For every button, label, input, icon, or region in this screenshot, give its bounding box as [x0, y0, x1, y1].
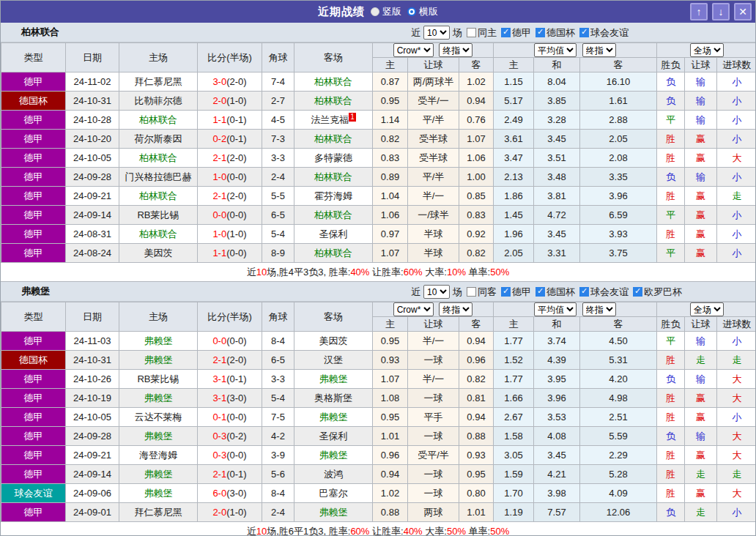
- match-date: 24-08-31: [66, 225, 119, 244]
- handicap: 平/半: [408, 168, 459, 187]
- col-result-goals: 进球数: [717, 58, 756, 72]
- avg-home: 1.70: [494, 484, 534, 503]
- match-date: 24-10-20: [66, 130, 119, 149]
- match-date: 24-10-28: [66, 111, 119, 130]
- table-row: 德甲24-10-19弗赖堡3-1(3-0)5-4奥格斯堡1.08一球0.811.…: [1, 389, 756, 408]
- match-date: 24-09-14: [66, 465, 119, 484]
- odds-home: 1.14: [373, 111, 408, 130]
- competition-checkbox[interactable]: [536, 28, 545, 37]
- type-badge: 德甲: [1, 370, 66, 389]
- match-score: 0-1(0-0): [198, 408, 262, 427]
- match-date: 24-09-21: [66, 187, 119, 206]
- corner-score: 5-4: [262, 389, 294, 408]
- layout-option-horizontal[interactable]: 横版: [407, 5, 438, 18]
- close-button[interactable]: ✕: [734, 3, 752, 21]
- fulltime-select[interactable]: 全场: [690, 302, 724, 316]
- col-result-wdl: 胜负: [657, 317, 685, 332]
- competition-checkbox[interactable]: [633, 287, 642, 297]
- corner-score: 2-4: [262, 503, 294, 522]
- same-venue-checkbox[interactable]: [467, 287, 476, 297]
- result-wdl: 胜: [657, 130, 685, 149]
- odds-away: 1.07: [459, 130, 494, 149]
- away-team: 美因茨: [294, 332, 373, 351]
- result-wdl: 胜: [657, 187, 685, 206]
- average-select[interactable]: 平均值: [534, 43, 577, 57]
- result-goals: 走: [717, 465, 756, 484]
- home-team: 拜仁慕尼黑: [119, 72, 198, 92]
- match-date: 24-10-26: [66, 370, 119, 389]
- home-team: 柏林联合: [119, 187, 198, 206]
- layout-option-vertical[interactable]: 竖版: [371, 5, 401, 18]
- table-row: 德甲24-09-28弗赖堡0-3(0-2)4-2圣保利1.01一球0.881.5…: [1, 427, 756, 446]
- result-wdl: 胜: [657, 408, 685, 427]
- result-goals: 小: [717, 130, 756, 149]
- match-score: 2-1(2-0): [198, 187, 262, 206]
- competition-checkbox[interactable]: [579, 287, 589, 297]
- same-venue-label: 同主: [478, 26, 497, 40]
- competition-checkbox[interactable]: [501, 28, 511, 37]
- match-count-select[interactable]: 10: [423, 285, 450, 299]
- table-row: 德甲24-10-05柏林联合2-1(2-0)3-3多特蒙德0.83受半球1.06…: [1, 149, 756, 168]
- radio-selected-icon[interactable]: [407, 7, 416, 16]
- corner-score: 8-4: [262, 332, 294, 351]
- col-odds-away: 客: [459, 317, 494, 332]
- competition-checkbox[interactable]: [579, 28, 589, 37]
- odds-home: 1.06: [373, 206, 408, 225]
- avg-away: 2.88: [580, 111, 657, 130]
- odds-group-header: Crow* 终指: [373, 302, 494, 317]
- handicap: 一球: [408, 427, 459, 446]
- handicap: 两球: [408, 503, 459, 522]
- result-goals: 大: [717, 370, 756, 389]
- average-select[interactable]: 平均值: [534, 302, 577, 316]
- match-count-select[interactable]: 10: [423, 26, 450, 40]
- handicap: 一/球半: [408, 206, 459, 225]
- avg-away: 12.06: [580, 503, 657, 522]
- competition-label: 德国杯: [546, 286, 575, 299]
- result-wdl: 平: [657, 111, 685, 130]
- match-score: 0-3(0-0): [198, 446, 262, 465]
- competition-label: 欧罗巴杯: [644, 286, 682, 299]
- competition-checkbox[interactable]: [501, 287, 511, 297]
- type-badge: 德甲: [1, 503, 66, 522]
- radio-unselected-icon[interactable]: [371, 7, 379, 16]
- result-handicap: 赢: [685, 187, 717, 206]
- competition-checkbox[interactable]: [536, 287, 545, 297]
- odds-home: 0.88: [373, 503, 408, 522]
- move-down-button[interactable]: ↓: [712, 3, 730, 21]
- match-score: 1-1(0-1): [198, 111, 262, 130]
- result-goals: 大: [717, 427, 756, 446]
- final-odds-select-2[interactable]: 终指: [582, 43, 616, 57]
- odds-away: 0.82: [459, 370, 494, 389]
- final-odds-select-1[interactable]: 终指: [439, 302, 472, 316]
- home-team: 拜仁慕尼黑: [119, 503, 198, 522]
- same-venue-checkbox[interactable]: [467, 28, 476, 37]
- result-wdl: 平: [657, 206, 685, 225]
- avg-away: 5.28: [580, 465, 657, 484]
- summary-row: 近10场,胜4平3负3, 胜率:40% 让胜率:60% 大率:10% 单率:50…: [1, 263, 755, 282]
- fulltime-select[interactable]: 全场: [690, 43, 724, 57]
- avg-draw: 3.98: [534, 484, 580, 503]
- result-goals: 小: [717, 408, 756, 427]
- odds-away: 0.93: [459, 446, 494, 465]
- handicap: 半球: [408, 225, 459, 244]
- type-badge: 球会友谊: [1, 484, 66, 503]
- result-wdl: 平: [657, 332, 685, 351]
- away-team: 圣保利: [294, 427, 373, 446]
- final-odds-select-2[interactable]: 终指: [582, 302, 616, 316]
- bookmaker-select[interactable]: Crow*: [393, 302, 434, 316]
- col-avg-draw: 和: [534, 58, 580, 72]
- avg-draw: 8.04: [534, 72, 580, 92]
- table-row: 德甲24-09-14弗赖堡2-1(0-1)5-6波鸿0.94一球0.951.59…: [1, 465, 756, 484]
- away-team: 柏林联合: [294, 168, 373, 187]
- type-badge: 德甲: [1, 206, 66, 225]
- final-odds-select-1[interactable]: 终指: [439, 43, 472, 57]
- table-row: 德甲24-09-21海登海姆0-3(0-0)3-9弗赖堡0.96受平/半0.93…: [1, 446, 756, 465]
- avg-draw: 3.28: [534, 111, 580, 130]
- result-handicap: 赢: [685, 206, 717, 225]
- table-row: 德甲24-10-26RB莱比锡3-1(0-1)3-3弗赖堡1.07半/一0.82…: [1, 370, 756, 389]
- bookmaker-select[interactable]: Crow*: [393, 43, 434, 57]
- move-up-button[interactable]: ↑: [690, 3, 708, 21]
- team-section: 弗赖堡 近10场同客德甲德国杯球会友谊欧罗巴杯 类型 日期 主场 比分(半场) …: [1, 282, 755, 536]
- match-date: 24-11-03: [66, 332, 119, 351]
- type-badge: 德甲: [1, 187, 66, 206]
